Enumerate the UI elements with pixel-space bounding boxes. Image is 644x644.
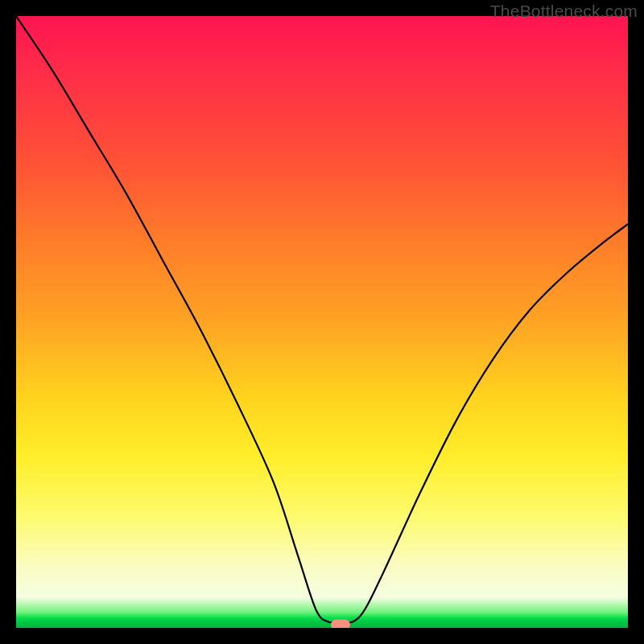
plot-area bbox=[16, 16, 628, 628]
outer-frame: TheBottleneck.com bbox=[0, 0, 644, 644]
curve-path bbox=[16, 16, 628, 623]
bottleneck-curve bbox=[16, 16, 628, 628]
watermark-text: TheBottleneck.com bbox=[490, 2, 638, 21]
minimum-marker bbox=[331, 620, 350, 628]
